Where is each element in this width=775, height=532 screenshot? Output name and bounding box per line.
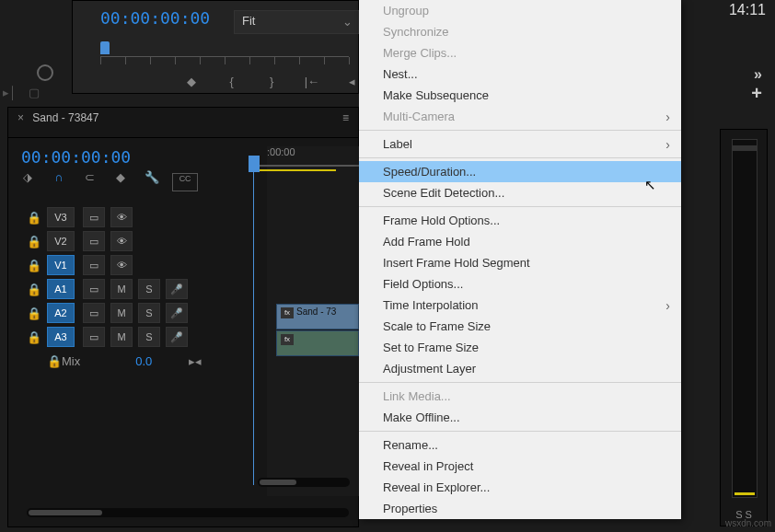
menu-ungroup: Ungroup <box>359 0 681 21</box>
menu-properties[interactable]: Properties <box>359 498 681 519</box>
menu-speed-duration[interactable]: Speed/Duration... <box>359 161 681 182</box>
video-clip[interactable]: fxSand - 73 <box>276 304 359 330</box>
menu-make-offline[interactable]: Make Offline... <box>359 407 681 428</box>
toggle-output-icon[interactable]: ▭ <box>83 303 105 323</box>
track-label-v1[interactable]: V1 <box>47 255 75 275</box>
ruler-time-label: :00:00 <box>267 146 295 157</box>
menu-field-options[interactable]: Field Options... <box>359 273 681 295</box>
menu-scene-edit-detection[interactable]: Scene Edit Detection... <box>359 182 681 203</box>
menu-make-subsequence[interactable]: Make Subsequence <box>359 85 681 106</box>
mix-label: Mix <box>62 354 80 368</box>
context-menu: Ungroup Synchronize Merge Clips... Nest.… <box>359 0 681 519</box>
mute-icon[interactable]: M <box>110 327 133 347</box>
snap-icon[interactable]: ∩ <box>49 170 69 187</box>
watermark: wsxdn.com <box>725 518 771 528</box>
close-tab-icon[interactable]: × <box>17 111 24 124</box>
track-label-a2[interactable]: A2 <box>47 303 75 323</box>
lock-icon[interactable]: 🔒 <box>47 354 62 368</box>
toggle-output-icon[interactable]: ▭ <box>83 327 105 347</box>
voice-icon[interactable]: 🎤 <box>166 327 188 347</box>
audio-peak-indicator <box>735 492 755 495</box>
mark-in-icon[interactable]: { <box>223 73 241 91</box>
menu-reveal-in-explorer[interactable]: Reveal in Explorer... <box>359 477 681 498</box>
linked-sel-icon[interactable]: ⊂ <box>79 170 99 187</box>
voice-icon[interactable]: 🎤 <box>166 279 188 299</box>
toggle-output-icon[interactable]: ▭ <box>83 255 105 275</box>
fx-badge-icon: fx <box>281 334 294 345</box>
timeline-track-area[interactable]: :00:00 fxSand - 73 fx <box>267 146 359 496</box>
eye-icon[interactable]: 👁 <box>110 231 133 251</box>
track-label-v3[interactable]: V3 <box>47 207 75 227</box>
zoom-fit-dropdown[interactable]: Fit <box>234 10 361 34</box>
eye-icon[interactable]: 👁 <box>110 255 133 275</box>
timeline-playhead[interactable] <box>249 156 260 172</box>
menu-nest[interactable]: Nest... <box>359 64 681 85</box>
track-label-a1[interactable]: A1 <box>47 279 75 299</box>
mix-value[interactable]: 0.0 <box>135 354 152 368</box>
menu-label[interactable]: Label <box>359 133 681 155</box>
overwrite-icon[interactable]: ▢ <box>29 86 45 98</box>
solo-icon[interactable]: S <box>138 327 160 347</box>
menu-link-media: Link Media... <box>359 386 681 407</box>
toggle-output-icon[interactable]: ▭ <box>83 279 105 299</box>
cc-icon[interactable]: CC <box>172 173 198 191</box>
audio-clip[interactable]: fx <box>276 330 359 356</box>
marker-tool-icon[interactable]: ◆ <box>110 170 131 187</box>
source-ticks <box>100 56 349 68</box>
eye-icon[interactable]: 👁 <box>110 207 133 227</box>
program-duration: 14:11 <box>729 2 766 18</box>
lock-icon[interactable]: 🔒 <box>27 283 41 296</box>
toggle-output-icon[interactable]: ▭ <box>83 231 105 251</box>
sequence-tab[interactable]: × Sand - 73847 ≡ <box>8 108 358 138</box>
lock-icon[interactable]: 🔒 <box>27 306 41 320</box>
fx-badge-icon: fx <box>281 307 294 318</box>
sequence-title: Sand - 73847 <box>32 111 98 124</box>
button-editor-chevron-icon[interactable]: » <box>754 66 762 83</box>
go-in-icon[interactable]: |← <box>303 73 321 91</box>
menu-reveal-in-project[interactable]: Reveal in Project <box>359 456 681 477</box>
insert-icon[interactable]: ▸│ <box>3 86 19 98</box>
timeline-track-scroll[interactable] <box>258 478 350 487</box>
panel-menu-icon[interactable]: ≡ <box>342 111 349 124</box>
solo-icon[interactable]: S <box>138 303 160 323</box>
source-toolbar: ◆ { } |← ◂ <box>72 69 379 95</box>
voice-icon[interactable]: 🎤 <box>166 303 188 323</box>
menu-synchronize: Synchronize <box>359 21 681 42</box>
nest-icon[interactable]: ⬗ <box>17 170 38 187</box>
mix-output-icon[interactable]: ▸◂ <box>189 354 202 368</box>
toggle-output-icon[interactable]: ▭ <box>83 207 105 227</box>
audio-meter-panel: S S <box>720 129 768 526</box>
menu-adjustment-layer[interactable]: Adjustment Layer <box>359 358 681 379</box>
menu-frame-hold-options[interactable]: Frame Hold Options... <box>359 210 681 231</box>
source-playhead[interactable] <box>100 41 110 54</box>
menu-insert-frame-hold-segment[interactable]: Insert Frame Hold Segment <box>359 252 681 273</box>
menu-rename[interactable]: Rename... <box>359 434 681 456</box>
mute-icon[interactable]: M <box>110 303 133 323</box>
mute-icon[interactable]: M <box>110 279 133 299</box>
menu-merge-clips: Merge Clips... <box>359 42 681 64</box>
lock-icon[interactable]: 🔒 <box>27 259 41 272</box>
settings-icon[interactable]: 🔧 <box>142 170 162 187</box>
add-marker-icon[interactable]: ◆ <box>182 73 201 91</box>
menu-time-interpolation[interactable]: Time Interpolation <box>359 295 681 316</box>
menu-set-to-frame-size[interactable]: Set to Frame Size <box>359 337 681 358</box>
timeline-h-zoom-scroll[interactable] <box>27 508 349 517</box>
solo-icon[interactable]: S <box>138 279 160 299</box>
work-area-bar[interactable] <box>253 169 336 171</box>
track-label-v2[interactable]: V2 <box>47 231 75 251</box>
insert-overwrite-icons: ▸│ ▢ <box>0 86 51 104</box>
marker-icon[interactable] <box>37 64 53 81</box>
lock-icon[interactable]: 🔒 <box>27 330 41 344</box>
audio-meter[interactable] <box>732 139 758 498</box>
track-label-a3[interactable]: A3 <box>47 327 75 347</box>
source-timecode: 00:00:00:00 <box>100 8 210 28</box>
menu-scale-to-frame-size[interactable]: Scale to Frame Size <box>359 316 681 337</box>
menu-multi-camera: Multi-Camera <box>359 106 681 127</box>
menu-add-frame-hold[interactable]: Add Frame Hold <box>359 231 681 252</box>
mark-out-icon[interactable]: } <box>262 73 281 91</box>
lock-icon[interactable]: 🔒 <box>27 235 41 249</box>
clip-label: Sand - 73 <box>296 306 336 317</box>
timeline-ruler[interactable] <box>253 165 359 167</box>
add-button-icon[interactable]: + <box>751 83 762 104</box>
lock-icon[interactable]: 🔒 <box>27 211 41 225</box>
